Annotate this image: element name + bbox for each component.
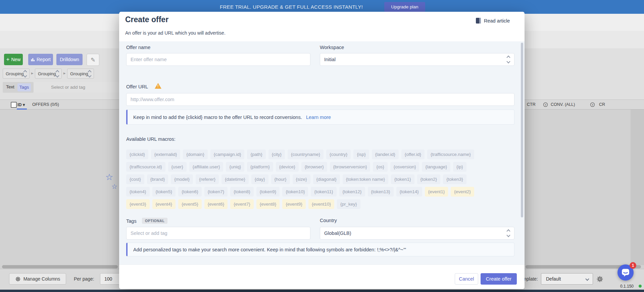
clickid-note-text: Keep in mind to add the {clickid} macro … [133,115,302,120]
new-offer-button[interactable]: + New [4,54,23,65]
macro-chip[interactable]: {event3} [126,199,150,209]
drilldown-button[interactable]: Drilldown [56,54,83,65]
macro-chip[interactable]: {campaign.id} [210,150,245,159]
macro-chip[interactable]: {token13} [368,187,394,197]
macro-chip[interactable]: {trafficsource.id} [126,162,165,172]
gear-icon [15,276,21,282]
macro-chip[interactable]: {osversion} [390,162,419,172]
macro-chip[interactable]: {pr_key} [337,199,360,209]
macro-chip[interactable]: {event6} [204,199,228,209]
modal-subtitle: An offer is your ad URL which you will a… [125,30,226,36]
macro-chip[interactable]: {lander.id} [372,150,399,159]
macro-chip[interactable]: {trafficsource.name} [427,150,474,159]
svg-text:?: ? [545,103,546,107]
macro-chip[interactable]: {event10} [308,199,334,209]
macro-chip[interactable]: {referer} [196,174,219,184]
offer-url-input[interactable] [126,93,514,106]
cancel-button[interactable]: Cancel [455,273,478,285]
create-offer-button[interactable]: Create offer [481,273,517,285]
macro-chip[interactable]: {offer.id} [401,150,425,159]
macro-chip[interactable]: {externalid} [151,150,181,159]
help-circle-icon[interactable]: ? [590,102,595,107]
macro-chip[interactable]: {affiliate.user} [189,162,224,172]
tags-input[interactable] [126,227,310,240]
horizontal-scrollbar[interactable] [2,265,118,268]
learn-more-link[interactable]: Learn more [306,115,331,120]
macro-chip[interactable]: {token4} [126,187,150,197]
report-button[interactable]: Report [28,54,53,65]
template-gear-icon[interactable] [596,276,603,283]
column-offers[interactable]: OFFERS (0/5) [32,102,59,107]
column-conv-all[interactable]: CONV. (ALL) [551,102,575,107]
macro-chip[interactable]: {brand} [147,174,168,184]
macro-chip[interactable]: {token14} [396,187,422,197]
grouping-select-2[interactable]: Grouping [35,69,62,79]
macro-chip[interactable]: {city} [268,150,285,159]
macro-chip[interactable]: {user} [168,162,187,172]
column-id[interactable]: ID ▾ [17,102,25,107]
macro-chip[interactable]: {event5} [178,199,202,209]
country-select[interactable]: Global(GLB) [320,227,514,240]
macro-chip[interactable]: {browser} [301,162,327,172]
macro-chip[interactable]: {os} [373,162,387,172]
macro-chip[interactable]: {countryname} [288,150,324,159]
macro-chip[interactable]: {country} [326,150,351,159]
macro-chip[interactable]: {domain} [183,150,207,159]
macro-chip[interactable]: {event8} [256,199,280,209]
macro-chip[interactable]: {event7} [230,199,254,209]
manage-columns-button[interactable]: Manage Columns [9,273,66,285]
help-circle-icon[interactable]: ? [543,102,548,107]
read-article-link[interactable]: Read article [476,18,510,24]
macro-chip[interactable]: {uniq} [226,162,244,172]
macro-chip[interactable]: {token7} [204,187,228,197]
macro-chip[interactable]: {isp} [353,150,369,159]
macro-chip[interactable]: {token2} [417,174,441,184]
offer-name-input[interactable] [126,53,310,66]
macro-chip[interactable]: {browserversion} [330,162,370,172]
macro-chip[interactable]: {event9} [282,199,306,209]
macro-chip[interactable]: {token11} [311,187,336,197]
macro-chip[interactable]: {platform} [247,162,273,172]
macro-chip[interactable]: {diagonal} [313,174,340,184]
macro-chip[interactable]: {token5} [152,187,176,197]
macro-chip[interactable]: {token12} [339,187,365,197]
grouping-select-1[interactable]: Grouping [3,69,30,79]
macro-chip[interactable]: {clickid} [126,150,148,159]
macro-chip[interactable]: {path} [247,150,265,159]
macro-chip[interactable]: {hour} [271,174,290,184]
column-ctr[interactable]: CTR [527,102,536,107]
macro-chip[interactable]: {token6} [178,187,202,197]
template-select[interactable]: Default [541,273,593,285]
toggle-tags[interactable]: Tags [17,83,31,91]
macro-chip[interactable]: {day} [251,174,268,184]
edit-button[interactable]: ✎ [87,54,99,66]
macro-chip[interactable]: {token3} [443,174,466,184]
macro-chip[interactable]: {cost} [126,174,144,184]
manage-columns-label: Manage Columns [23,276,60,282]
macro-chip[interactable]: {event2} [451,187,474,197]
modal-scrollbar[interactable] [521,43,523,217]
macro-chip[interactable]: {device} [276,162,299,172]
macro-chip[interactable]: {datetime} [221,174,249,184]
macro-chip[interactable]: {token8} [230,187,254,197]
macro-chip[interactable]: {token1} [391,174,414,184]
macro-chip[interactable]: {token9} [256,187,280,197]
macro-chip[interactable]: {model} [171,174,193,184]
macro-chip[interactable]: {ip} [453,162,466,172]
macro-chip[interactable]: {language} [422,162,450,172]
macro-chip[interactable]: {token10} [282,187,308,197]
tags-note-text: Add personalized tags to make your searc… [133,247,406,252]
grouping-select-3[interactable]: Grouping [67,69,94,79]
column-cr[interactable]: CR [599,102,605,107]
macro-chip[interactable]: {token:token name} [343,174,388,184]
workspace-select[interactable]: Initial [320,53,514,66]
upgrade-plan-button[interactable]: Upgrade plan [384,2,425,12]
updown-arrows-icon [507,230,510,237]
macro-chip[interactable]: {event4} [152,199,176,209]
select-all-checkbox[interactable] [11,102,17,108]
macro-chip[interactable]: {size} [293,174,310,184]
macro-chip[interactable]: {event1} [425,187,448,197]
star-icon: ☆ [105,172,113,182]
updown-arrows-icon [24,71,27,77]
toggle-text[interactable]: Text [6,84,14,89]
